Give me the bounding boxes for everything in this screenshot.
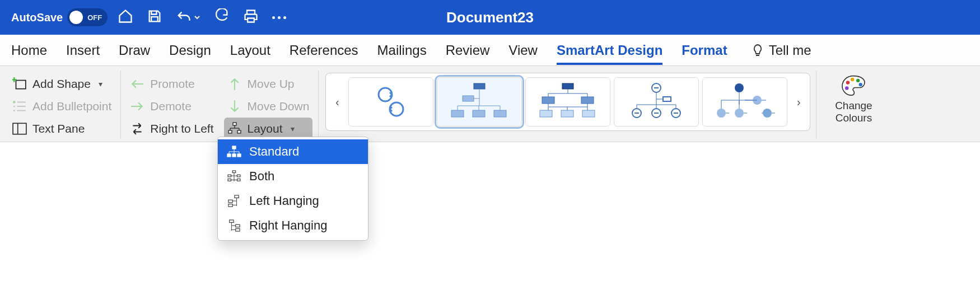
layout-thumb-org-1[interactable] — [437, 77, 522, 127]
tell-me[interactable]: Tell me — [751, 43, 811, 58]
layouts-gallery: ‹ — [325, 73, 810, 131]
undo-split-button[interactable] — [176, 10, 200, 25]
svg-rect-27 — [451, 110, 464, 117]
layout-thumb-cycle[interactable] — [348, 77, 433, 127]
save-icon[interactable] — [147, 8, 162, 26]
gallery-prev-button[interactable]: ‹ — [329, 77, 345, 127]
lightbulb-icon — [751, 44, 764, 57]
svg-rect-36 — [562, 83, 573, 89]
document-canvas[interactable] — [0, 142, 980, 281]
ribbon-group-layouts: ‹ — [323, 71, 816, 139]
layout-dropdown-menu: Standard Both Left Hanging Right Hanging — [217, 137, 368, 241]
svg-point-81 — [851, 78, 854, 81]
print-icon[interactable] — [243, 8, 259, 26]
layout-option-label: Standard — [249, 144, 299, 159]
move-down-icon — [227, 99, 242, 114]
svg-rect-96 — [237, 175, 241, 177]
svg-point-82 — [856, 79, 860, 82]
tab-design[interactable]: Design — [169, 38, 211, 63]
svg-rect-18 — [237, 130, 241, 133]
right-to-left-button[interactable]: Right to Left — [127, 118, 217, 140]
tab-home[interactable]: Home — [11, 38, 47, 63]
tab-format[interactable]: Format — [682, 38, 727, 63]
both-layout-icon — [227, 170, 241, 183]
ribbon-group-hierarchy: Promote Demote Right to Left — [125, 71, 218, 139]
tab-insert[interactable]: Insert — [66, 38, 100, 63]
svg-rect-110 — [236, 229, 240, 232]
tab-draw[interactable]: Draw — [119, 38, 150, 63]
change-colours-label: Change Colours — [828, 100, 879, 124]
svg-rect-95 — [228, 175, 231, 177]
svg-rect-16 — [233, 123, 236, 125]
ribbon-group-move: Move Up Move Down Layout ▾ — [223, 71, 319, 139]
layout-option-right-hanging[interactable]: Right Hanging — [218, 213, 368, 238]
ribbon: Add Shape ▾ Add Bulletpoint Text Pane — [0, 66, 980, 142]
promote-button[interactable]: Promote — [127, 73, 217, 95]
autosave-toggle-group: AutoSave OFF — [11, 8, 108, 26]
autosave-toggle[interactable]: OFF — [67, 8, 108, 26]
text-pane-icon — [12, 121, 27, 136]
palette-icon — [841, 74, 866, 96]
layout-option-both[interactable]: Both — [218, 164, 368, 189]
redo-icon[interactable] — [214, 8, 230, 26]
svg-rect-86 — [227, 154, 231, 157]
svg-rect-26 — [463, 96, 474, 101]
autosave-state: OFF — [87, 13, 102, 22]
move-down-button[interactable]: Move Down — [224, 95, 313, 118]
tab-mailings[interactable]: Mailings — [377, 38, 427, 63]
layout-label: Layout — [248, 122, 283, 135]
tab-view[interactable]: View — [508, 38, 538, 63]
layout-option-left-hanging[interactable]: Left Hanging — [218, 189, 368, 213]
layout-option-label: Left Hanging — [249, 194, 319, 208]
text-pane-button[interactable]: Text Pane — [9, 118, 115, 140]
ribbon-tabs: Home Insert Draw Design Layout Reference… — [0, 35, 980, 66]
layout-icon — [227, 121, 242, 136]
svg-rect-108 — [230, 220, 234, 223]
svg-rect-104 — [228, 204, 232, 207]
more-icon[interactable] — [272, 16, 286, 19]
tab-references[interactable]: References — [290, 38, 358, 63]
svg-point-83 — [859, 83, 862, 86]
standard-layout-icon — [227, 145, 241, 158]
add-bulletpoint-button[interactable]: Add Bulletpoint — [9, 95, 115, 118]
svg-point-8 — [13, 105, 15, 107]
autosave-toggle-knob — [69, 11, 83, 24]
svg-rect-103 — [228, 200, 232, 203]
home-icon[interactable] — [118, 8, 133, 26]
chevron-down-icon: ▾ — [291, 124, 295, 133]
tab-layout[interactable]: Layout — [230, 38, 270, 63]
chevron-down-icon: ▾ — [99, 79, 102, 88]
svg-point-80 — [846, 81, 850, 84]
right-to-left-label: Right to Left — [150, 122, 213, 135]
svg-point-9 — [13, 110, 15, 111]
layout-option-label: Both — [249, 169, 274, 184]
svg-rect-94 — [232, 171, 236, 173]
svg-rect-29 — [494, 110, 506, 117]
tab-review[interactable]: Review — [446, 38, 490, 63]
tab-smartart-design[interactable]: SmartArt Design — [557, 38, 662, 65]
svg-rect-28 — [473, 110, 485, 117]
tell-me-label: Tell me — [769, 43, 811, 58]
gallery-next-button[interactable]: › — [791, 77, 806, 127]
svg-rect-40 — [561, 110, 573, 117]
change-colours-button[interactable]: Change Colours — [828, 74, 879, 124]
layout-thumb-org-3[interactable] — [614, 77, 699, 127]
document-title: Document23 — [446, 9, 534, 26]
demote-button[interactable]: Demote — [127, 95, 217, 118]
svg-point-84 — [845, 86, 848, 90]
move-down-label: Move Down — [248, 100, 310, 113]
promote-arrow-icon — [130, 77, 144, 91]
promote-label: Promote — [150, 77, 194, 91]
layout-thumb-org-4[interactable] — [702, 77, 787, 127]
svg-point-23 — [379, 88, 392, 101]
bulletpoint-icon — [12, 99, 27, 114]
svg-rect-102 — [235, 195, 239, 198]
svg-point-69 — [763, 109, 772, 118]
add-shape-button[interactable]: Add Shape ▾ — [9, 73, 115, 95]
layout-option-standard[interactable]: Standard — [218, 139, 368, 164]
svg-rect-0 — [16, 81, 26, 89]
svg-point-65 — [735, 83, 744, 92]
title-bar: AutoSave OFF Document23 — [0, 0, 980, 35]
layout-thumb-org-2[interactable] — [525, 77, 610, 127]
move-up-button[interactable]: Move Up — [224, 73, 313, 95]
